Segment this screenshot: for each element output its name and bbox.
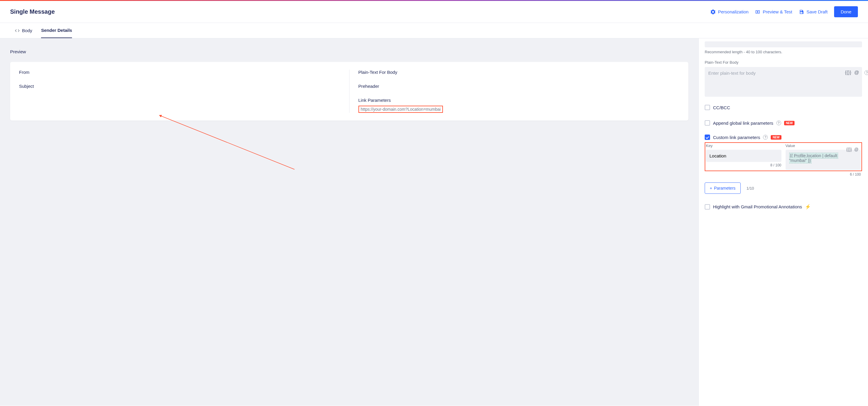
recommended-hint: Recommended length - 40 to 100 character… [705,50,862,54]
gmail-promo-label: Highlight with Gmail Promotional Annotat… [713,204,802,209]
page-title: Single Message [10,8,55,15]
help-icon[interactable]: ? [776,120,781,125]
plain-text-field-label: Plain-Text For Body [705,60,862,65]
custom-link-checkbox[interactable] [705,135,710,140]
key-column-label: Key [706,143,781,148]
braces-icon[interactable]: {{}} [846,147,852,152]
save-icon [799,9,804,14]
params-count: 1/10 [747,186,754,191]
value-counter: 6 / 100 [705,172,862,176]
tab-sender-details[interactable]: Sender Details [41,23,72,38]
param-key-input[interactable] [706,150,781,162]
preview-link-parameters: Link Parameters https://your-domain.com?… [359,98,680,113]
key-counter: 8 / 100 [706,163,781,167]
tab-sender-details-label: Sender Details [41,28,72,33]
at-icon[interactable]: @ [854,147,859,152]
custom-link-label: Custom link parameters [713,135,760,140]
done-button[interactable]: Done [834,6,858,17]
help-icon[interactable]: ? [864,70,868,75]
tab-body[interactable]: Body [15,23,32,38]
tab-body-label: Body [22,28,32,33]
preview-card: From Subject Plain-Text For Body Prehead… [10,62,688,120]
append-global-label: Append global link parameters [713,120,773,125]
plain-text-input[interactable] [705,67,862,97]
code-icon [15,28,20,33]
new-badge: NEW [784,121,795,125]
preview-plain-text: Plain-Text For Body [359,70,680,75]
preview-link-url: https://your-domain.com?Location=mumbai [359,106,443,113]
new-badge: NEW [771,135,781,140]
at-icon[interactable]: @ [854,70,859,75]
personalization-label: Personalization [718,9,749,14]
save-draft-label: Save Draft [806,9,828,14]
gmail-promo-checkbox[interactable] [705,204,710,209]
bolt-icon: ⚡ [805,204,811,209]
plus-icon: + [710,186,712,191]
gear-icon [710,9,716,14]
cc-bcc-label: CC/BCC [713,105,730,110]
preview-test-button[interactable]: Preview & Test [755,9,792,14]
cc-bcc-checkbox[interactable] [705,105,710,110]
add-parameters-button[interactable]: + Parameters [705,182,741,194]
preview-from: From [19,70,340,75]
help-icon[interactable]: ? [763,135,768,140]
braces-icon[interactable]: {{}} [845,70,851,75]
eye-icon [755,9,760,14]
preview-subject: Subject [19,84,340,89]
preview-preheader: Preheader [359,84,680,89]
save-draft-button[interactable]: Save Draft [799,9,828,14]
preview-test-label: Preview & Test [763,9,792,14]
preview-heading: Preview [10,49,688,54]
append-global-checkbox[interactable] [705,120,710,125]
param-value-input[interactable]: {{ Profile.location | default: "mumbai" … [785,150,861,170]
personalization-button[interactable]: Personalization [710,9,749,14]
